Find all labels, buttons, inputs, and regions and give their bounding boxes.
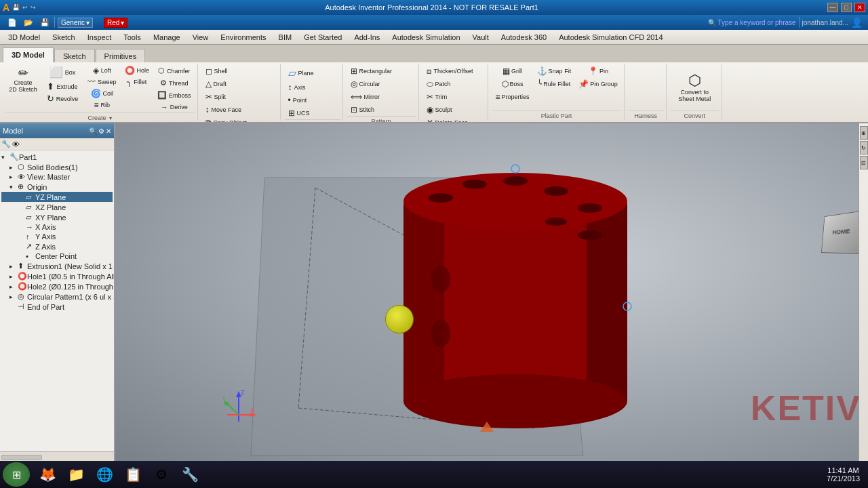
extrude-button[interactable]: ⬆ Extrude bbox=[42, 81, 83, 92]
menu-3dmodel[interactable]: 3D Model bbox=[3, 30, 45, 44]
tree-item-part1[interactable]: ▾ 🔧 Part1 bbox=[1, 152, 113, 162]
loft-button[interactable]: ◈ Loft bbox=[84, 65, 120, 76]
mirror-button[interactable]: ⟺ Mirror bbox=[347, 91, 384, 103]
tree-item-center-point[interactable]: • Center Point bbox=[1, 251, 113, 261]
derive-button[interactable]: → Derive bbox=[154, 102, 195, 113]
minimize-button[interactable]: — bbox=[827, 3, 838, 12]
menu-autodesk-sim[interactable]: Autodesk Simulation bbox=[387, 30, 465, 44]
tree-item-y-axis[interactable]: ↑ Y Axis bbox=[1, 232, 113, 241]
pin-button[interactable]: 📍 Pin bbox=[575, 65, 621, 77]
tree-item-yz-plane[interactable]: ▱ YZ Plane bbox=[1, 192, 113, 202]
tab-primitives[interactable]: Primitives bbox=[96, 49, 146, 62]
menu-bim[interactable]: BIM bbox=[273, 30, 298, 44]
tree-item-hole2[interactable]: ▸ ⭕ Hole2 (Ø0.125 in Through All Depth) bbox=[1, 281, 113, 291]
axis-button[interactable]: ↕ Axis bbox=[285, 81, 309, 94]
redo-icon[interactable]: ↪ bbox=[31, 4, 36, 11]
taskbar-app3[interactable]: ⚙ bbox=[148, 462, 175, 487]
menu-inspect[interactable]: Inspect bbox=[82, 30, 117, 44]
search-box[interactable]: 🔍 Type a keyword or phrase bbox=[708, 19, 796, 26]
revolve-button[interactable]: ↻ Revolve bbox=[42, 93, 83, 104]
rp-zoom-icon[interactable]: ⊡ bbox=[860, 156, 868, 169]
thread-button[interactable]: ⚙ Thread bbox=[154, 77, 195, 89]
tree-item-solid-bodies[interactable]: ▸ ⬡ Solid Bodies(1) bbox=[1, 162, 113, 172]
delete-face-button[interactable]: ✕ Delete Face bbox=[423, 117, 472, 122]
undo-icon[interactable]: ↩ bbox=[22, 4, 28, 11]
menu-autodesk-cfd[interactable]: Autodesk Simulation CFD 2014 bbox=[553, 30, 668, 44]
coil-button[interactable]: 🌀 Coil bbox=[84, 88, 120, 99]
thicken-offset-button[interactable]: ⧈ Thicken/Offset bbox=[423, 65, 477, 77]
split-button[interactable]: ✂ Split bbox=[202, 91, 230, 103]
patch-button[interactable]: ⬭ Patch bbox=[423, 78, 454, 90]
panel-settings-icon[interactable]: ⚙ bbox=[98, 127, 104, 135]
rectangular-button[interactable]: ⊞ Rectangular bbox=[347, 65, 396, 77]
navigation-cube[interactable]: HOME bbox=[821, 211, 861, 252]
box-button[interactable]: ⬜ Box bbox=[42, 65, 83, 80]
tab-3dmodel[interactable]: 3D Model bbox=[3, 47, 54, 62]
qa-save[interactable]: 💾 bbox=[38, 18, 52, 27]
shell-button[interactable]: ◻ Shell bbox=[202, 65, 231, 77]
tree-item-x-axis[interactable]: → X Axis bbox=[1, 222, 113, 232]
taskbar-folder[interactable]: 📁 bbox=[62, 462, 90, 487]
profile-dropdown[interactable]: Generic ▾ bbox=[58, 18, 93, 28]
create-2d-sketch-button[interactable]: ✏ Create2D Sketch bbox=[5, 65, 41, 96]
tree-item-end-of-part[interactable]: ⊣ End of Part bbox=[1, 302, 113, 312]
rp-pan-icon[interactable]: ⊕ bbox=[860, 126, 868, 140]
taskbar-app2[interactable]: 📋 bbox=[119, 462, 146, 487]
move-face-button[interactable]: ↕ Move Face bbox=[202, 104, 245, 116]
menu-tools[interactable]: Tools bbox=[118, 30, 146, 44]
tree-item-z-axis[interactable]: ↗ Z Axis bbox=[1, 241, 113, 251]
menu-vault[interactable]: Vault bbox=[467, 30, 494, 44]
panel-search-icon[interactable]: 🔍 bbox=[89, 127, 97, 135]
properties-button[interactable]: ≡ Properties bbox=[492, 91, 533, 103]
chamfer-button[interactable]: ⬡ Chamfer bbox=[154, 65, 195, 77]
circular-button[interactable]: ◎ Circular bbox=[347, 78, 384, 90]
plane-button[interactable]: ▱ Plane bbox=[285, 65, 317, 81]
taskbar-app4[interactable]: 🔧 bbox=[176, 462, 203, 487]
tree-item-xz-plane[interactable]: ▱ XZ Plane bbox=[1, 202, 113, 212]
point-button[interactable]: • Point bbox=[285, 94, 311, 106]
qa-open[interactable]: 📂 bbox=[22, 18, 35, 27]
menu-view[interactable]: View bbox=[187, 30, 214, 44]
quick-save-icon[interactable]: 💾 bbox=[12, 4, 20, 11]
pin-group-button[interactable]: 📌 Pin Group bbox=[575, 78, 621, 90]
qa-new[interactable]: 📄 bbox=[5, 18, 19, 27]
draft-button[interactable]: △ Draft bbox=[202, 78, 231, 90]
hole-button[interactable]: ⭕ Hole bbox=[121, 65, 153, 76]
tree-item-xy-plane[interactable]: ▱ XY Plane bbox=[1, 212, 113, 222]
sculpt-button[interactable]: ◉ Sculpt bbox=[423, 104, 456, 116]
tree-item-extrusion1[interactable]: ▸ ⬆ Extrusion1 (New Solid x 1 in) bbox=[1, 261, 113, 271]
create-dropdown-icon[interactable]: ▾ bbox=[109, 115, 112, 121]
menu-getstarted[interactable]: Get Started bbox=[298, 30, 347, 44]
menu-manage[interactable]: Manage bbox=[148, 30, 186, 44]
emboss-button[interactable]: 🔲 Emboss bbox=[154, 89, 195, 101]
taskbar-chrome[interactable]: 🌐 bbox=[91, 462, 118, 487]
maximize-button[interactable]: □ bbox=[841, 3, 852, 12]
menu-sketch[interactable]: Sketch bbox=[47, 30, 81, 44]
menu-environments[interactable]: Environments bbox=[215, 30, 271, 44]
grill-button[interactable]: ▦ Grill bbox=[492, 65, 533, 77]
tab-sketch[interactable]: Sketch bbox=[54, 49, 95, 62]
menu-addins[interactable]: Add-Ins bbox=[349, 30, 385, 44]
snap-fit-button[interactable]: ⚓ Snap Fit bbox=[534, 65, 575, 77]
tree-item-origin[interactable]: ▾ ⊕ Origin bbox=[1, 182, 113, 192]
rp-orbit-icon[interactable]: ↻ bbox=[860, 141, 868, 155]
3d-viewport[interactable]: 0.375 in ▸ ✓ ✕ ⊞ HOME Z X bbox=[115, 123, 868, 462]
taskbar-firefox[interactable]: 🦊 bbox=[34, 462, 61, 487]
menu-autodesk360[interactable]: Autodesk 360 bbox=[496, 30, 552, 44]
fillet-button[interactable]: ╮ Fillet bbox=[121, 77, 153, 87]
stitch-button[interactable]: ⊡ Stitch bbox=[347, 104, 378, 116]
boss-button[interactable]: ⬡ Boss bbox=[492, 78, 533, 90]
copy-object-button[interactable]: ⧉ Copy Object bbox=[202, 117, 251, 122]
rule-fillet-button[interactable]: ╰ Rule Fillet bbox=[534, 78, 575, 90]
ucs-button[interactable]: ⊞ UCS bbox=[285, 107, 313, 119]
tree-item-circular-pattern1[interactable]: ▸ ◎ Circular Pattern1 (x 6 ul x 360 deg) bbox=[1, 291, 113, 302]
tree-item-view-master[interactable]: ▸ 👁 View: Master bbox=[1, 172, 113, 182]
close-button[interactable]: ✕ bbox=[854, 3, 865, 12]
sweep-button[interactable]: 〰 Sweep bbox=[84, 77, 120, 87]
panel-close-icon[interactable]: ✕ bbox=[106, 127, 111, 135]
start-button[interactable]: ⊞ bbox=[3, 462, 30, 487]
color-dropdown[interactable]: Red ▾ bbox=[104, 18, 127, 28]
tree-item-hole1[interactable]: ▸ ⭕ Hole1 (Ø0.5 in Through All Depth) bbox=[1, 271, 113, 281]
trim-button[interactable]: ✂ Trim bbox=[423, 91, 451, 103]
rib-button[interactable]: ≡ Rib bbox=[84, 100, 120, 110]
